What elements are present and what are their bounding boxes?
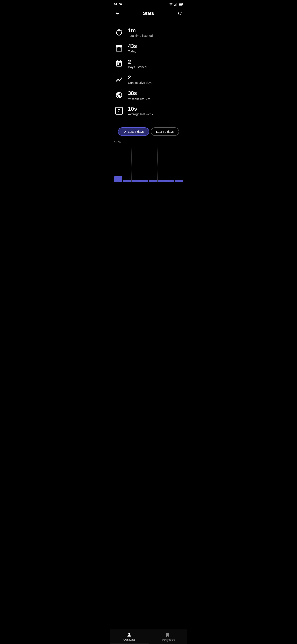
stat-consecutive-days-label: Consecutive days bbox=[128, 81, 152, 84]
signal-icon bbox=[174, 3, 177, 6]
status-icons bbox=[169, 3, 183, 6]
stat-days-listened: 2 Days listened bbox=[114, 56, 183, 71]
chart-bar-col bbox=[166, 145, 174, 182]
chart-bars bbox=[113, 145, 184, 182]
stat-today: 43s Today bbox=[114, 41, 183, 56]
header: Stats bbox=[110, 8, 187, 21]
refresh-icon bbox=[177, 11, 182, 16]
status-bar: 09:50 bbox=[110, 0, 187, 8]
stat-average-last-week-value: 10s bbox=[128, 106, 153, 112]
stat-consecutive-days: 2 Consecutive days bbox=[114, 72, 183, 87]
status-time: 09:50 bbox=[114, 2, 122, 6]
stopwatch-icon bbox=[114, 28, 124, 37]
chart-bar bbox=[166, 180, 174, 182]
chart-bar bbox=[175, 180, 183, 182]
last30-button[interactable]: Last 30 days bbox=[151, 127, 179, 136]
calendar-today-icon bbox=[114, 43, 124, 53]
stat-today-value: 43s bbox=[128, 43, 137, 49]
stat-total-time: 1m Total time listened bbox=[114, 25, 183, 40]
chart-bar bbox=[140, 180, 148, 182]
stat-average-per-day-label: Average per day bbox=[128, 96, 151, 100]
stat-today-label: Today bbox=[128, 50, 137, 53]
stat-consecutive-days-value: 2 bbox=[128, 74, 152, 80]
svg-rect-1 bbox=[174, 5, 175, 6]
stat-days-listened-value: 2 bbox=[128, 59, 147, 65]
last7-label: Last 7 days bbox=[128, 130, 144, 133]
period-toggle: Last 7 days Last 30 days bbox=[110, 122, 187, 139]
stat-average-last-week-label: Average last week bbox=[128, 112, 153, 116]
chart-bar-col bbox=[140, 145, 148, 182]
chart-bar-col bbox=[157, 145, 166, 182]
chart-bar-col bbox=[114, 145, 122, 182]
battery-icon bbox=[179, 3, 183, 6]
stat-average-last-week-text: 10s Average last week bbox=[128, 106, 153, 116]
chart-container bbox=[113, 145, 184, 186]
stat-average-per-day-value: 38s bbox=[128, 90, 151, 96]
chart-bar-col bbox=[131, 145, 140, 182]
chart-bar bbox=[114, 176, 122, 182]
stat-consecutive-days-text: 2 Consecutive days bbox=[128, 74, 152, 84]
chart-bar-col bbox=[149, 145, 157, 182]
stat-average-per-day: 38s Average per day bbox=[114, 88, 183, 102]
stat-days-listened-label: Days listened bbox=[128, 65, 147, 69]
stats-list: 1m Total time listened 43s Today 2 Days … bbox=[110, 21, 187, 122]
chart-y-label: 01:00 bbox=[113, 141, 184, 144]
chart-bar bbox=[158, 180, 166, 182]
back-button[interactable] bbox=[113, 9, 121, 18]
refresh-button[interactable] bbox=[176, 9, 184, 18]
calendar-days-icon bbox=[114, 59, 124, 69]
svg-rect-6 bbox=[179, 4, 182, 5]
checkmark-icon bbox=[123, 130, 127, 133]
stat-average-last-week: 7 10s Average last week bbox=[114, 104, 183, 118]
chart-bar-col bbox=[123, 145, 131, 182]
svg-point-0 bbox=[171, 5, 171, 6]
chart-area: 01:00 bbox=[110, 139, 187, 188]
chart-bar bbox=[123, 180, 131, 182]
stat-days-listened-text: 2 Days listened bbox=[128, 59, 147, 69]
last30-label: Last 30 days bbox=[156, 130, 174, 133]
stat-total-time-text: 1m Total time listened bbox=[128, 28, 153, 37]
stat-average-per-day-text: 38s Average per day bbox=[128, 90, 151, 100]
globe-icon bbox=[114, 90, 124, 100]
trend-icon bbox=[114, 74, 124, 84]
chart-bar bbox=[149, 180, 157, 182]
back-icon bbox=[115, 11, 120, 16]
chart-bar-col bbox=[175, 145, 183, 182]
calendar-7-icon: 7 bbox=[114, 106, 124, 116]
wifi-icon bbox=[169, 3, 173, 6]
svg-rect-4 bbox=[177, 3, 177, 6]
stat-total-time-label: Total time listened bbox=[128, 34, 153, 37]
svg-rect-3 bbox=[176, 4, 176, 6]
svg-rect-2 bbox=[175, 4, 176, 6]
page-title: Stats bbox=[121, 11, 176, 16]
stat-total-time-value: 1m bbox=[128, 28, 153, 34]
stat-today-text: 43s Today bbox=[128, 43, 137, 53]
chart-bar bbox=[132, 180, 140, 182]
last7-button[interactable]: Last 7 days bbox=[118, 127, 149, 136]
